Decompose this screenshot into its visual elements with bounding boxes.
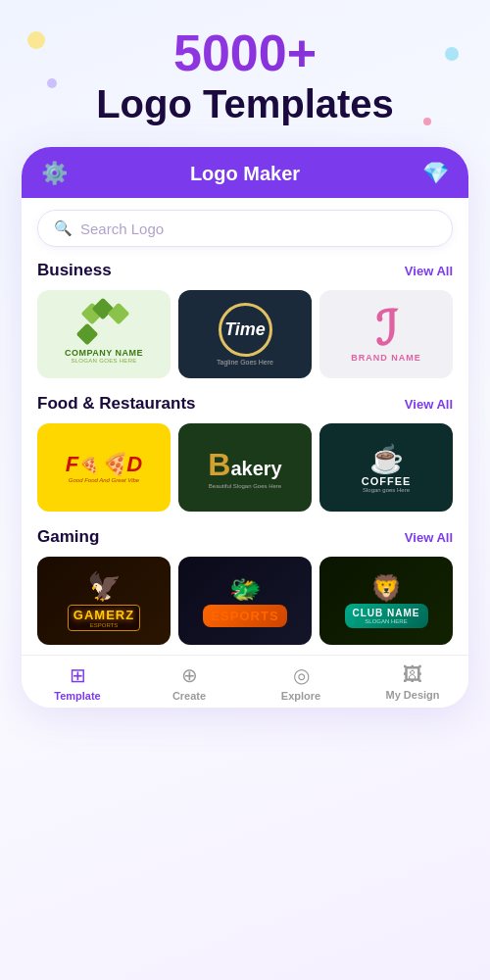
create-label: Create xyxy=(172,690,206,702)
create-icon: ⊕ xyxy=(181,663,198,687)
time-circle: Time xyxy=(219,303,272,357)
gaming-card-1[interactable]: 🦅 GAMERZ ESPORTS xyxy=(37,557,171,645)
search-placeholder: Search Logo xyxy=(80,220,164,237)
business-card-2[interactable]: Time Tagline Goes Here xyxy=(178,290,312,378)
business-card-1[interactable]: COMPANY NAME SLOGAN GOES HERE xyxy=(37,290,171,378)
club-name-text: CLUB NAME xyxy=(353,608,420,618)
food-section-header: Food & Restaurants View All xyxy=(22,388,468,419)
search-icon: 🔍 xyxy=(54,220,73,237)
hero-subtitle: Logo Templates xyxy=(20,82,470,125)
template-label: Template xyxy=(54,690,100,702)
gaming-title: Gaming xyxy=(37,527,99,547)
business-card-3[interactable]: ℐ BRAND NAME xyxy=(319,290,453,378)
food-card-2[interactable]: B akery Beautiful Slogan Goes Here xyxy=(178,423,312,512)
coffee-label: COFFEE xyxy=(362,475,412,487)
hero-count: 5000+ xyxy=(20,27,470,78)
bird-icon: 🦅 xyxy=(87,570,122,603)
app-header: ⚙️ Logo Maker 💎 xyxy=(22,147,468,198)
my-design-icon: 🖼 xyxy=(403,663,422,686)
food-title: Food & Restaurants xyxy=(37,394,196,414)
app-container: ⚙️ Logo Maker 💎 🔍 Search Logo Business V… xyxy=(22,147,468,708)
my-design-label: My Design xyxy=(385,689,439,701)
gaming-section-header: Gaming View All xyxy=(22,521,468,553)
food-view-all[interactable]: View All xyxy=(405,397,453,412)
food-logo-grid: F 🍕 🍕D Good Food And Great Vibe B akery … xyxy=(22,419,468,521)
explore-label: Explore xyxy=(281,690,320,702)
app-title: Logo Maker xyxy=(190,163,300,185)
explore-icon: ◎ xyxy=(293,663,310,687)
company-name-text: COMPANY NAME xyxy=(65,348,143,358)
settings-icon[interactable]: ⚙️ xyxy=(41,161,68,186)
gaming-view-all[interactable]: View All xyxy=(405,530,453,545)
nav-create[interactable]: ⊕ Create xyxy=(133,663,245,702)
food-card-1[interactable]: F 🍕 🍕D Good Food And Great Vibe xyxy=(37,423,171,512)
dragon-icon: 🐲 xyxy=(229,574,261,605)
business-view-all[interactable]: View All xyxy=(405,264,453,278)
search-bar[interactable]: 🔍 Search Logo xyxy=(37,210,453,247)
template-icon: ⊞ xyxy=(70,663,86,687)
gaming-logo-grid: 🦅 GAMERZ ESPORTS 🐲 ESPORTS 🦁 CLUB NAME xyxy=(22,553,468,655)
nav-template[interactable]: ⊞ Template xyxy=(22,663,133,702)
mascot-icon: 🦁 xyxy=(370,573,402,604)
premium-icon[interactable]: 💎 xyxy=(422,161,449,186)
nav-explore[interactable]: ◎ Explore xyxy=(245,663,357,702)
club-shield: CLUB NAME SLOGAN HERE xyxy=(345,604,428,628)
company-slogan-text: SLOGAN GOES HERE xyxy=(71,358,136,364)
bottom-nav: ⊞ Template ⊕ Create ◎ Explore 🖼 My Desig… xyxy=(22,655,468,708)
business-title: Business xyxy=(37,261,112,280)
nav-my-design[interactable]: 🖼 My Design xyxy=(357,663,468,702)
business-section-header: Business View All xyxy=(22,255,468,286)
coffee-cup-icon: ☕ xyxy=(369,443,404,475)
gaming-card-2[interactable]: 🐲 ESPORTS xyxy=(178,557,312,645)
gamerz-text: GAMERZ xyxy=(74,608,134,622)
gaming-card-3[interactable]: 🦁 CLUB NAME SLOGAN HERE xyxy=(319,557,453,645)
hero-section: 5000+ Logo Templates xyxy=(0,0,490,137)
food-card-3[interactable]: ☕ COFFEE Slogan goes Here xyxy=(319,423,453,512)
brand-shape: ℐ xyxy=(375,306,398,353)
business-logo-grid: COMPANY NAME SLOGAN GOES HERE Time Tagli… xyxy=(22,286,468,388)
esports-shield: ESPORTS xyxy=(203,605,286,627)
esports-text: ESPORTS xyxy=(211,609,278,623)
